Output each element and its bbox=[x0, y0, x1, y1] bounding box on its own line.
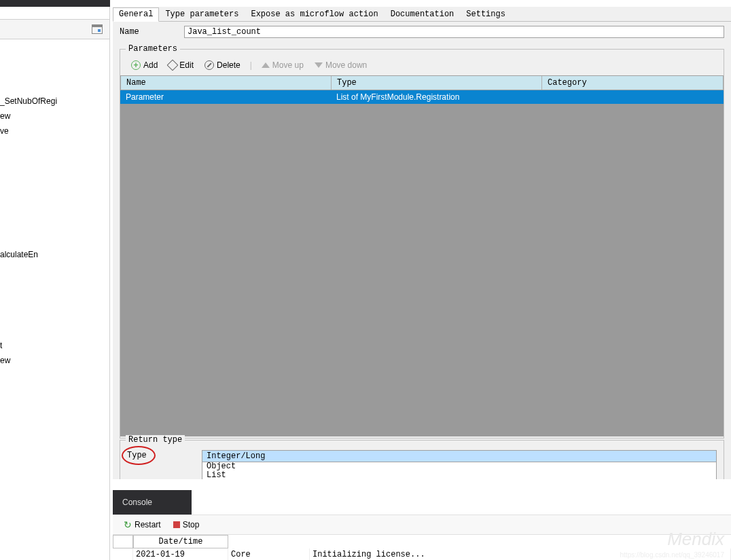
tree-item[interactable]: alculateEn bbox=[0, 247, 109, 262]
tab-general[interactable]: General bbox=[113, 7, 159, 22]
console-tab[interactable]: Console bbox=[113, 490, 192, 515]
calendar-icon[interactable] bbox=[92, 24, 103, 34]
header-type[interactable]: Type bbox=[332, 76, 542, 90]
header-category[interactable]: Category bbox=[542, 76, 723, 90]
tree: _SetNubOfRegiewvealculateEntew bbox=[0, 39, 109, 368]
tabs: GeneralType parametersExpose as microflo… bbox=[113, 7, 731, 22]
tab-settings[interactable]: Settings bbox=[460, 7, 512, 21]
edit-button[interactable]: Edit bbox=[164, 59, 198, 71]
tree-item[interactable]: _SetNubOfRegi bbox=[0, 94, 109, 109]
header-name[interactable]: Name bbox=[121, 76, 332, 90]
delete-icon bbox=[204, 60, 214, 70]
tree-item[interactable]: t bbox=[0, 338, 109, 353]
triangle-down-icon bbox=[315, 62, 323, 68]
delete-button[interactable]: Delete bbox=[200, 59, 245, 71]
name-label: Name bbox=[120, 27, 184, 37]
dropdown-selected[interactable]: Integer/Long bbox=[202, 451, 716, 462]
tab-expose-as-microflow-action[interactable]: Expose as microflow action bbox=[245, 7, 384, 21]
tree-item[interactable]: ew bbox=[0, 109, 109, 124]
triangle-up-icon bbox=[262, 62, 270, 68]
sidebar-toolbar bbox=[0, 19, 109, 39]
name-input[interactable] bbox=[184, 26, 724, 38]
grid-header: Name Type Category bbox=[120, 75, 724, 90]
return-type-legend: Return type bbox=[126, 435, 185, 445]
tree-item[interactable]: ve bbox=[0, 124, 109, 138]
stop-button[interactable]: Stop bbox=[169, 519, 204, 531]
restart-icon: ↻ bbox=[124, 519, 132, 530]
dropdown-option[interactable]: Object bbox=[202, 462, 716, 471]
stop-icon bbox=[173, 521, 180, 528]
tab-type-parameters[interactable]: Type parameters bbox=[159, 7, 245, 21]
restart-button[interactable]: ↻Restart bbox=[120, 518, 165, 531]
move-down-button[interactable]: Move down bbox=[310, 59, 371, 71]
tree-item[interactable]: ew bbox=[0, 353, 109, 368]
log-row[interactable]: 2021-01-19 16:49:23... Core Initializing… bbox=[113, 548, 731, 560]
pencil-icon bbox=[167, 60, 179, 71]
log-header: Date/time bbox=[113, 535, 731, 548]
parameters-legend: Parameters bbox=[126, 44, 180, 54]
log-header-datetime[interactable]: Date/time bbox=[133, 535, 228, 548]
type-label: Type bbox=[127, 451, 147, 460]
add-button[interactable]: +Add bbox=[127, 59, 162, 71]
table-row[interactable]: Parameter List of MyFirstModule.Registra… bbox=[120, 90, 724, 104]
grid-body bbox=[120, 104, 724, 436]
move-up-button[interactable]: Move up bbox=[257, 59, 308, 71]
tab-documentation[interactable]: Documentation bbox=[385, 7, 461, 21]
sidebar: _SetNubOfRegiewvealculateEntew bbox=[0, 7, 110, 560]
plus-icon: + bbox=[131, 60, 141, 70]
